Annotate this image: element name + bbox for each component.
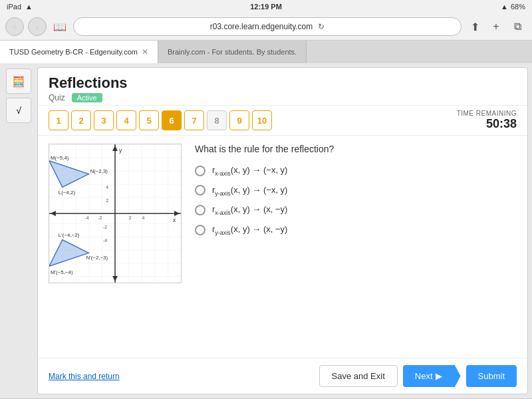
answer-text-1: rx-axis(x, y) → (−x, y) xyxy=(212,165,287,177)
forward-button[interactable]: › xyxy=(28,17,47,36)
tab-brainly-label: Brainly.com - For students. By students. xyxy=(168,48,297,56)
share-button[interactable]: ⬆ xyxy=(466,17,484,36)
question-btn-9[interactable]: 9 xyxy=(229,110,249,130)
tabs-bar: TUSD Geometry B-CR - Edgenuity.com ✕ Bra… xyxy=(0,41,532,63)
time-remaining: TIME REMAINING 50:38 xyxy=(457,110,517,131)
radio-2[interactable] xyxy=(195,185,205,196)
radio-3[interactable] xyxy=(195,205,205,215)
quiz-footer: Mark this and return Save and Exit Next … xyxy=(38,358,527,394)
coordinate-graph: y x -4 -2 2 4 4 2 -2 -4 M(−5,4) xyxy=(49,144,181,283)
device-label: iPad xyxy=(7,3,21,11)
question-btn-4[interactable]: 4 xyxy=(116,110,136,130)
url-bar[interactable]: r03.core.learn.edgenuity.com ↻ xyxy=(73,17,462,36)
quiz-meta: Quiz Active xyxy=(49,93,517,102)
svg-text:N(−2,3): N(−2,3) xyxy=(90,168,108,174)
reader-button[interactable]: 📖 xyxy=(51,17,69,36)
svg-text:x: x xyxy=(173,217,176,223)
graph-container: y x -4 -2 2 4 4 2 -2 -4 M(−5,4) xyxy=(49,144,182,283)
next-arrow-icon: ▶ xyxy=(436,371,442,381)
submit-button[interactable]: Submit xyxy=(466,365,517,387)
mark-return-link[interactable]: Mark this and return xyxy=(49,372,120,381)
browser-actions: ⬆ + ⧉ xyxy=(466,17,527,36)
answer-text-2: ry-axis(x, y) → (−x, y) xyxy=(212,185,287,197)
signal-icon: ▲ xyxy=(501,3,508,11)
refresh-button[interactable]: ↻ xyxy=(318,22,325,31)
radio-1[interactable] xyxy=(195,166,205,176)
svg-text:N'(−2,−3): N'(−2,−3) xyxy=(86,255,108,261)
next-button[interactable]: Next ▶ xyxy=(403,365,461,387)
status-bar-right: ▲ 68% xyxy=(501,3,525,11)
svg-text:4: 4 xyxy=(106,185,108,190)
question-btn-8[interactable]: 8 xyxy=(207,110,227,130)
wifi-icon: ▲ xyxy=(25,3,33,11)
question-body: y x -4 -2 2 4 4 2 -2 -4 M(−5,4) xyxy=(38,136,527,358)
tab-edgenuity[interactable]: TUSD Geometry B-CR - Edgenuity.com ✕ xyxy=(0,41,158,63)
quiz-label: Quiz xyxy=(49,93,65,102)
question-btn-5[interactable]: 5 xyxy=(139,110,159,130)
time-label: TIME REMAINING xyxy=(457,110,517,117)
question-btn-10[interactable]: 10 xyxy=(252,110,272,130)
quiz-header: Reflections Quiz Active xyxy=(38,68,527,106)
url-text: r03.core.learn.edgenuity.com xyxy=(210,22,313,31)
question-nav: 1 2 3 4 5 6 7 8 9 10 TIME REMAINING 50:3… xyxy=(38,106,527,136)
windows-button[interactable]: ⧉ xyxy=(508,17,527,36)
svg-text:2: 2 xyxy=(129,215,132,220)
svg-text:L(−4,2): L(−4,2) xyxy=(59,190,76,196)
answer-option-1[interactable]: rx-axis(x, y) → (−x, y) xyxy=(195,165,517,177)
question-text: What is the rule for the reflection? xyxy=(195,144,517,154)
question-btn-1[interactable]: 1 xyxy=(49,110,68,130)
svg-text:M(−5,4): M(−5,4) xyxy=(51,155,69,161)
question-btn-2[interactable]: 2 xyxy=(71,110,91,130)
browser-chrome: ‹ › 📖 r03.core.learn.edgenuity.com ↻ ⬆ +… xyxy=(0,13,532,41)
svg-text:2: 2 xyxy=(106,198,108,203)
answer-option-3[interactable]: rx-axis(x, y) → (x, −y) xyxy=(195,204,517,216)
status-bar: iPad ▲ 12:19 PM ▲ 68% xyxy=(0,0,532,13)
next-label: Next xyxy=(415,371,433,381)
back-button[interactable]: ‹ xyxy=(5,17,24,36)
battery-label: 68% xyxy=(511,3,525,11)
tab-brainly[interactable]: Brainly.com - For students. By students. xyxy=(158,41,307,63)
radio-4[interactable] xyxy=(195,225,205,235)
question-btn-6[interactable]: 6 xyxy=(162,110,182,130)
quiz-panel: Reflections Quiz Active 1 2 3 4 5 6 7 8 … xyxy=(37,67,528,394)
svg-text:4: 4 xyxy=(142,215,145,220)
content-area: 🧮 √ Reflections Quiz Active 1 2 3 4 5 6 … xyxy=(0,63,532,398)
question-content: What is the rule for the reflection? rx-… xyxy=(195,144,517,350)
answer-option-4[interactable]: ry-axis(x, y) → (x, −y) xyxy=(195,224,517,236)
svg-text:y: y xyxy=(119,147,122,154)
svg-text:-4: -4 xyxy=(103,238,107,243)
quiz-title: Reflections xyxy=(49,74,517,92)
time-display: 12:19 PM xyxy=(250,3,282,11)
svg-text:L'(−4,−2): L'(−4,−2) xyxy=(59,232,80,238)
save-exit-button[interactable]: Save and Exit xyxy=(319,365,398,387)
question-btn-3[interactable]: 3 xyxy=(94,110,114,130)
svg-text:-2: -2 xyxy=(98,215,102,220)
add-tab-button[interactable]: + xyxy=(487,17,505,36)
answer-text-3: rx-axis(x, y) → (x, −y) xyxy=(212,204,287,216)
question-btn-7[interactable]: 7 xyxy=(184,110,204,130)
math-tool[interactable]: √ xyxy=(6,98,31,123)
tab-edgenuity-close[interactable]: ✕ xyxy=(142,47,148,57)
svg-text:M'(−5,−4): M'(−5,−4) xyxy=(51,269,73,275)
left-sidebar: 🧮 √ xyxy=(0,63,37,398)
quiz-status-badge: Active xyxy=(72,93,102,102)
svg-text:-4: -4 xyxy=(84,215,88,220)
status-bar-left: iPad ▲ xyxy=(7,3,33,11)
footer-buttons: Save and Exit Next ▶ Submit xyxy=(319,365,517,387)
answer-option-2[interactable]: ry-axis(x, y) → (−x, y) xyxy=(195,185,517,197)
svg-text:-2: -2 xyxy=(103,225,107,229)
answer-text-4: ry-axis(x, y) → (x, −y) xyxy=(212,224,287,236)
calculator-tool[interactable]: 🧮 xyxy=(6,68,31,94)
time-value: 50:38 xyxy=(457,117,517,131)
tab-edgenuity-label: TUSD Geometry B-CR - Edgenuity.com xyxy=(9,48,138,56)
